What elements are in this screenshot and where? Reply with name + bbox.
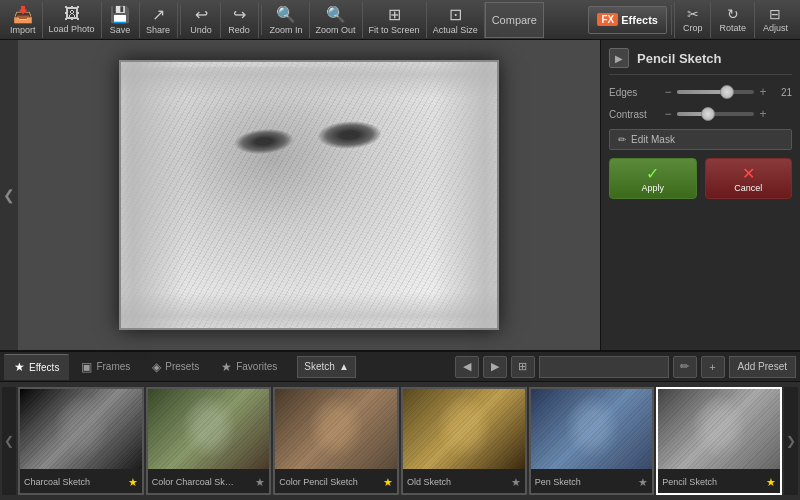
play-button[interactable]: ▶ [609, 48, 629, 68]
share-button[interactable]: ↗ Share [140, 2, 178, 38]
adjust-button[interactable]: ⊟ Adjust [754, 2, 796, 38]
contrast-slider-row: Contrast − + [609, 107, 792, 121]
zoom-out-button[interactable]: 🔍 Zoom Out [310, 2, 363, 38]
bottom-right-controls: ◀ ▶ ⊞ ✏ + Add Preset [455, 356, 796, 378]
sketch-overlay-5 [531, 389, 653, 469]
edges-minus-button[interactable]: − [663, 85, 673, 99]
preset-color-charcoal-star[interactable]: ★ [255, 476, 265, 489]
fit-screen-button[interactable]: ⊞ Fit to Screen [363, 2, 427, 38]
sketch-overlay-4 [403, 389, 525, 469]
rotate-icon: ↻ [727, 6, 739, 22]
category-dropdown[interactable]: Sketch ▲ [297, 356, 355, 378]
presets-nav-left[interactable]: ❮ [2, 387, 16, 495]
edges-plus-button[interactable]: + [758, 85, 768, 99]
preset-pencil-label-row: Pencil Sketch ★ [658, 469, 780, 495]
grid-view-button[interactable]: ⊞ [511, 356, 535, 378]
add-button[interactable]: + [701, 356, 725, 378]
preset-pencil-label: Pencil Sketch [662, 477, 717, 487]
next-category-button[interactable]: ▶ [483, 356, 507, 378]
edit-mask-button[interactable]: ✏ Edit Mask [609, 129, 792, 150]
dropdown-arrow-icon: ▲ [339, 361, 349, 372]
preset-color-charcoal-label: Color Charcoal Sketch [152, 477, 237, 487]
separator-2 [261, 5, 262, 35]
crop-button[interactable]: ✂ Crop [674, 2, 711, 38]
tab-effects[interactable]: ★ Effects [4, 354, 69, 380]
undo-icon: ↩ [195, 5, 208, 24]
redo-icon: ↪ [233, 5, 246, 24]
import-button[interactable]: 📥 Import [4, 2, 43, 38]
preset-color-charcoal-sketch[interactable]: Color Charcoal Sketch ★ [146, 387, 272, 495]
cross-icon: ✕ [742, 164, 755, 183]
preset-old-sketch[interactable]: Old Sketch ★ [401, 387, 527, 495]
preset-pencil-star[interactable]: ★ [766, 476, 776, 489]
rotate-button[interactable]: ↻ Rotate [710, 2, 754, 38]
apply-button[interactable]: ✓ Apply [609, 158, 697, 199]
preset-color-charcoal-thumbnail [148, 389, 270, 469]
presets-nav-right[interactable]: ❯ [784, 387, 798, 495]
preset-old-thumbnail [403, 389, 525, 469]
save-button[interactable]: 💾 Save [102, 2, 140, 38]
preset-charcoal-label: Charcoal Sketch [24, 477, 90, 487]
canvas-nav-left[interactable]: ❮ [0, 40, 18, 350]
preset-old-star[interactable]: ★ [511, 476, 521, 489]
tab-presets[interactable]: ◈ Presets [142, 354, 209, 380]
preset-pencil-thumbnail [658, 389, 780, 469]
preset-charcoal-thumbnail [20, 389, 142, 469]
edges-label: Edges [609, 87, 659, 98]
preset-pencil-sketch[interactable]: Pencil Sketch ★ [656, 387, 782, 495]
effects-tab-icon: ★ [14, 360, 25, 374]
fx-action-row: ✓ Apply ✕ Cancel [609, 158, 792, 199]
search-input[interactable] [539, 356, 669, 378]
contrast-slider-thumb[interactable] [701, 107, 715, 121]
actual-size-button[interactable]: ⊡ Actual Size [427, 2, 485, 38]
edges-slider-track[interactable] [677, 90, 754, 94]
undo-button[interactable]: ↩ Undo [183, 2, 221, 38]
preset-charcoal-label-row: Charcoal Sketch ★ [20, 469, 142, 495]
preset-pen-sketch[interactable]: Pen Sketch ★ [529, 387, 655, 495]
preset-pen-label-row: Pen Sketch ★ [531, 469, 653, 495]
edit-button[interactable]: ✏ [673, 356, 697, 378]
fx-badge: FX [597, 13, 618, 26]
preset-color-charcoal-label-row: Color Charcoal Sketch ★ [148, 469, 270, 495]
sketch-canvas [119, 60, 499, 330]
share-icon: ↗ [152, 5, 165, 24]
prev-category-button[interactable]: ◀ [455, 356, 479, 378]
bottom-area: ★ Effects ▣ Frames ◈ Presets ★ Favorites… [0, 350, 800, 500]
sketch-overlay-2 [148, 389, 270, 469]
cancel-button[interactable]: ✕ Cancel [705, 158, 793, 199]
preset-color-pencil-thumbnail [275, 389, 397, 469]
preset-color-pencil-star[interactable]: ★ [383, 476, 393, 489]
zoom-in-icon: 🔍 [276, 5, 296, 24]
preset-charcoal-star[interactable]: ★ [128, 476, 138, 489]
load-photo-icon: 🖼 [64, 5, 80, 23]
zoom-out-icon: 🔍 [326, 5, 346, 24]
contrast-plus-button[interactable]: + [758, 107, 768, 121]
contrast-label: Contrast [609, 109, 659, 120]
crop-icon: ✂ [687, 6, 699, 22]
sketch-overlay-3 [275, 389, 397, 469]
fx-panel: ▶ Pencil Sketch Edges − + 21 Contrast − … [600, 40, 800, 350]
compare-button[interactable]: Compare [485, 2, 544, 38]
edges-slider-thumb[interactable] [720, 85, 734, 99]
preset-old-label-row: Old Sketch ★ [403, 469, 525, 495]
edges-value: 21 [772, 87, 792, 98]
redo-button[interactable]: ↪ Redo [221, 2, 259, 38]
tab-frames[interactable]: ▣ Frames [71, 354, 140, 380]
toolbar: 📥 Import 🖼 Load Photo 💾 Save ↗ Share ↩ U… [0, 0, 800, 40]
main-area: ❮ ▶ Pencil Sketch Edges − + 21 [0, 40, 800, 350]
fx-button[interactable]: FX Effects [588, 6, 666, 34]
load-photo-button[interactable]: 🖼 Load Photo [43, 2, 102, 38]
add-preset-button[interactable]: Add Preset [729, 356, 796, 378]
preset-charcoal-sketch[interactable]: Charcoal Sketch ★ [18, 387, 144, 495]
preset-pen-star[interactable]: ★ [638, 476, 648, 489]
zoom-in-button[interactable]: 🔍 Zoom In [264, 2, 310, 38]
contrast-minus-button[interactable]: − [663, 107, 673, 121]
actual-size-icon: ⊡ [449, 5, 462, 24]
fx-panel-header: ▶ Pencil Sketch [609, 48, 792, 75]
preset-color-pencil-sketch[interactable]: Color Pencil Sketch ★ [273, 387, 399, 495]
save-icon: 💾 [110, 5, 130, 24]
preset-pen-thumbnail [531, 389, 653, 469]
contrast-slider-track[interactable] [677, 112, 754, 116]
tab-favorites[interactable]: ★ Favorites [211, 354, 287, 380]
edges-slider-row: Edges − + 21 [609, 85, 792, 99]
